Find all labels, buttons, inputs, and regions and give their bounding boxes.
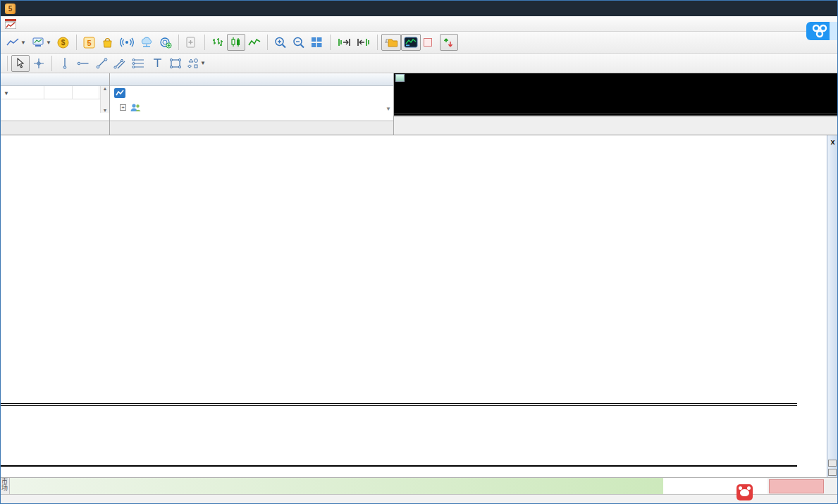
- crosshair-tool[interactable]: [30, 55, 48, 72]
- market-watch-tabs: [1, 121, 109, 135]
- cursor-tool[interactable]: [11, 55, 30, 72]
- zoom-in-icon: [274, 37, 287, 49]
- arrows-updown-icon: [443, 37, 455, 49]
- shopping-bag-icon: [101, 37, 113, 49]
- column-symbol[interactable]: ▼: [1, 86, 44, 99]
- tester-chart-region: x: [1, 135, 838, 477]
- community-globe-icon: [159, 37, 172, 49]
- docked-panel-tab[interactable]: 市场报价: [1, 478, 10, 495]
- market-watch-button[interactable]: $: [54, 34, 73, 51]
- candles-mode-button[interactable]: [227, 34, 245, 51]
- profiles-button[interactable]: ▼: [29, 34, 54, 51]
- signal-icon: [120, 37, 134, 48]
- channel-tool[interactable]: [111, 55, 129, 72]
- tile-windows-button[interactable]: [308, 34, 326, 51]
- menu-view[interactable]: [40, 23, 58, 25]
- vps-cloud-button[interactable]: [137, 34, 156, 51]
- cancel-button[interactable]: [769, 479, 824, 493]
- market-watch-scrollbar[interactable]: ▲▼: [100, 86, 109, 113]
- buy-sell-arrows-button[interactable]: [440, 34, 458, 51]
- accounts-icon: [130, 103, 141, 112]
- chevron-down-icon: ▼: [20, 39, 26, 46]
- zoom-out-button[interactable]: [290, 34, 308, 51]
- algo-trading-toggle[interactable]: [421, 34, 440, 51]
- zoom-in-button[interactable]: [271, 34, 290, 51]
- mt5-logo-icon: [114, 88, 125, 98]
- dollar-icon: $: [57, 37, 69, 49]
- vertical-line-tool[interactable]: [56, 55, 74, 72]
- hline-icon: [77, 60, 90, 67]
- expand-icon[interactable]: +: [120, 104, 126, 111]
- horizontal-line-tool[interactable]: [74, 55, 92, 72]
- market-watch-row[interactable]: [1, 99, 109, 113]
- scroll-down-icon[interactable]: ▼: [386, 106, 391, 112]
- share-circles-icon: [809, 23, 830, 39]
- tree-item-metatrader5[interactable]: [110, 86, 393, 100]
- community-button[interactable]: [156, 34, 175, 51]
- dock-window-icon[interactable]: [828, 460, 837, 467]
- cloud-icon: [140, 37, 154, 48]
- auto-scroll-button[interactable]: [354, 34, 374, 51]
- trendline-tool[interactable]: [92, 55, 111, 72]
- line-mode-icon: [248, 37, 261, 48]
- menu-window[interactable]: [113, 23, 132, 25]
- filter-caret-icon: ▼: [4, 90, 9, 97]
- tree-item-accounts[interactable]: +: [110, 100, 393, 114]
- docked-panels: ▼ ▲▼ + ▼: [1, 73, 838, 135]
- column-buy[interactable]: [73, 86, 99, 99]
- chart-thumbnail-icon: [395, 74, 405, 82]
- chart-shift-icon: [337, 37, 351, 48]
- ticker-symbol-line: [395, 74, 411, 82]
- chart-shift-button[interactable]: [334, 34, 354, 51]
- new-order-button[interactable]: [183, 34, 201, 51]
- line-chart-icon: [6, 37, 19, 48]
- ticker-time-axis: [394, 113, 838, 114]
- cursor-icon: [16, 58, 25, 68]
- close-icon[interactable]: x: [827, 137, 838, 147]
- standard-toolbar: ▼ ▼ $ 5: [1, 32, 838, 54]
- objects-icon: [187, 58, 199, 69]
- line-mode-button[interactable]: [245, 34, 264, 51]
- depth-of-market-button[interactable]: 5: [80, 34, 99, 51]
- tester-bar: 市场报价: [1, 477, 838, 494]
- candles-mode-icon: [230, 37, 242, 48]
- signals-button[interactable]: [117, 34, 137, 51]
- column-sell[interactable]: [44, 86, 73, 99]
- pin-window-icon[interactable]: [828, 469, 837, 476]
- title-bar: 5: [1, 1, 838, 16]
- objects-tool[interactable]: ▼: [185, 55, 209, 72]
- status-bar: [1, 494, 838, 504]
- data-folder-button[interactable]: [381, 34, 401, 51]
- chart-type-button[interactable]: ▼: [4, 34, 29, 51]
- text-tool[interactable]: [148, 55, 166, 72]
- eahub-logo-icon: [737, 484, 753, 500]
- menu-charts[interactable]: [77, 23, 95, 25]
- strategy-tester-button[interactable]: [401, 34, 421, 51]
- market-watch-panel: ▼ ▲▼: [1, 73, 110, 135]
- y-axis: [799, 135, 827, 478]
- strategy-tester-icon: [404, 37, 418, 48]
- menu-tools[interactable]: [95, 23, 113, 25]
- chevron-down-icon: ▼: [200, 60, 206, 66]
- mt5-app-icon: 5: [5, 4, 16, 14]
- market-button[interactable]: [99, 34, 117, 51]
- shapes-tool[interactable]: [166, 55, 185, 72]
- menu-bar: [1, 16, 838, 32]
- menu-file[interactable]: [22, 23, 40, 25]
- text-icon: [152, 58, 163, 68]
- chart-scrollbar[interactable]: [827, 135, 838, 478]
- menu-help[interactable]: [132, 23, 150, 25]
- timeframes-toolbar: ▼: [1, 54, 838, 73]
- channel-icon: [113, 58, 126, 69]
- overlay-share-button[interactable]: [806, 22, 837, 40]
- menu-insert[interactable]: [58, 23, 77, 25]
- scroll-up-icon: ▲: [103, 86, 108, 91]
- svg-text:5: 5: [87, 38, 92, 47]
- trendline-icon: [96, 58, 108, 69]
- overlay-share-pad: [830, 22, 837, 40]
- bar-chart-mode-button[interactable]: [209, 34, 227, 51]
- tester-progress-bar: [10, 478, 663, 495]
- algo-trading-checkbox[interactable]: [424, 38, 432, 47]
- fibo-tool[interactable]: [129, 55, 148, 72]
- chart-window-icon: [5, 19, 16, 29]
